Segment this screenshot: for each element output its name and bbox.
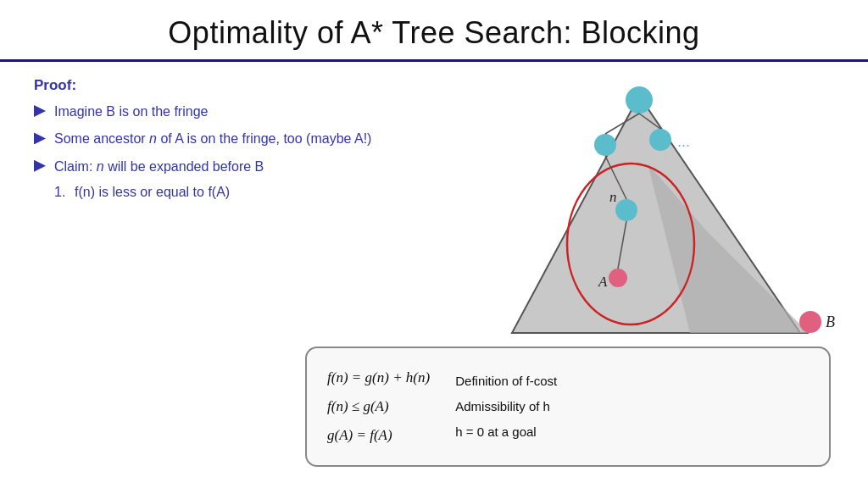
equation-line-1: f(n) = g(n) + h(n): [327, 363, 430, 392]
equation-box: f(n) = g(n) + h(n) f(n) ≤ g(A) g(A) = f(…: [305, 347, 831, 467]
n-label: n: [609, 189, 617, 205]
dots-text: ...: [677, 133, 690, 150]
b-label: B: [826, 313, 835, 330]
node-right-2: [649, 129, 671, 151]
bullet-item-2: Some ancestor n of A is on the fringe, t…: [34, 130, 390, 148]
proof-label: Proof:: [34, 77, 390, 94]
bullet-2-italic: n: [149, 131, 157, 146]
node-left-2: [594, 134, 616, 156]
bullet-item-1: Imagine B is on the fringe: [34, 103, 390, 121]
diagram: ... n A B: [444, 70, 851, 358]
bullet-marker-1: [34, 105, 46, 117]
bullet-3-italic: n: [97, 159, 104, 174]
eq-label-2: Admissibility of h: [455, 394, 557, 419]
eq-label-3: h = 0 at a goal: [455, 419, 557, 445]
eq-label-1: Definition of f-cost: [455, 369, 557, 394]
sub-item-1-text: f(n) is less or equal to f(A): [75, 185, 390, 200]
sub-item-1: 1. f(n) is less or equal to f(A): [54, 185, 390, 200]
node-b: [799, 311, 821, 333]
diagram-svg: ... n A B: [444, 70, 851, 358]
a-label: A: [598, 274, 608, 290]
bullet-text-1: Imagine B is on the fringe: [54, 103, 390, 121]
bullet-marker-3: [34, 160, 46, 172]
bullet-list: Imagine B is on the fringe Some ancestor…: [34, 103, 390, 176]
bullet-text-2: Some ancestor n of A is on the fringe, t…: [54, 130, 390, 148]
sub-list: 1. f(n) is less or equal to f(A): [34, 185, 390, 200]
content-area: Proof: Imagine B is on the fringe Some a…: [0, 62, 868, 474]
equation-labels: Definition of f-cost Admissibility of h …: [455, 369, 557, 445]
bullet-item-3: Claim: n will be expanded before B: [34, 158, 390, 176]
sub-item-1-num: 1.: [54, 185, 75, 200]
page-header: Optimality of A* Tree Search: Blocking: [0, 0, 868, 62]
node-a: [609, 269, 627, 287]
bullet-text-3: Claim: n will be expanded before B: [54, 158, 390, 176]
node-n: [615, 199, 637, 221]
equation-line-2: f(n) ≤ g(A): [327, 392, 430, 421]
top-node: [626, 86, 653, 114]
bullet-marker-2: [34, 132, 46, 144]
equations-math: f(n) = g(n) + h(n) f(n) ≤ g(A) g(A) = f(…: [327, 363, 430, 450]
page-title: Optimality of A* Tree Search: Blocking: [17, 15, 851, 51]
equation-line-3: g(A) = f(A): [327, 421, 430, 450]
